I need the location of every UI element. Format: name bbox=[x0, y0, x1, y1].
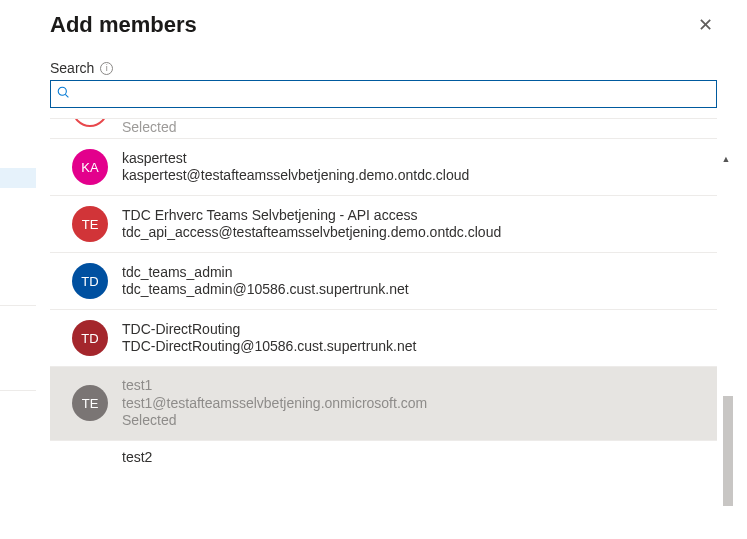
member-name: TDC-DirectRouting bbox=[122, 321, 416, 339]
left-divider bbox=[0, 390, 36, 391]
member-name: tdc_teams_admin bbox=[122, 264, 409, 282]
member-email: tdc_teams_admin@10586.cust.supertrunk.ne… bbox=[122, 281, 409, 299]
member-email: tdc_api_access@testafteamsselvbetjening.… bbox=[122, 224, 501, 242]
avatar: TE bbox=[72, 206, 108, 242]
avatar bbox=[72, 119, 108, 127]
member-email: test1@testafteamsselvbetjening.onmicroso… bbox=[122, 395, 427, 413]
list-item-partial-top[interactable]: Selected bbox=[50, 119, 717, 139]
panel-title: Add members bbox=[50, 12, 197, 38]
list-item[interactable]: TE test1 test1@testafteamsselvbetjening.… bbox=[50, 367, 717, 441]
svg-point-0 bbox=[58, 87, 66, 95]
info-icon[interactable]: i bbox=[100, 62, 113, 75]
panel-header: Add members ✕ bbox=[50, 8, 717, 60]
member-name: kaspertest bbox=[122, 150, 469, 168]
avatar: TD bbox=[72, 320, 108, 356]
search-input[interactable] bbox=[76, 81, 710, 107]
search-label: Search bbox=[50, 60, 94, 76]
list-item[interactable]: KA kaspertest kaspertest@testafteamsselv… bbox=[50, 139, 717, 196]
left-highlight-strip bbox=[0, 168, 36, 188]
member-name: test2 bbox=[122, 449, 709, 465]
list-item-text: tdc_teams_admin tdc_teams_admin@10586.cu… bbox=[122, 264, 409, 299]
list-item-text: TDC-DirectRouting TDC-DirectRouting@1058… bbox=[122, 321, 416, 356]
search-box[interactable] bbox=[50, 80, 717, 108]
list-item[interactable]: TD tdc_teams_admin tdc_teams_admin@10586… bbox=[50, 253, 717, 310]
scrollbar-thumb[interactable] bbox=[723, 396, 733, 506]
list-item-text: kaspertest kaspertest@testafteamsselvbet… bbox=[122, 150, 469, 185]
list-item-partial-bottom[interactable]: test2 bbox=[50, 441, 717, 465]
list-item[interactable]: TD TDC-DirectRouting TDC-DirectRouting@1… bbox=[50, 310, 717, 367]
avatar: TD bbox=[72, 263, 108, 299]
left-divider bbox=[0, 305, 36, 306]
svg-line-1 bbox=[65, 94, 68, 97]
list-item[interactable]: TE TDC Erhverc Teams Selvbetjening - API… bbox=[50, 196, 717, 253]
add-members-panel: Add members ✕ Search i Selected KA kaspe… bbox=[40, 0, 747, 539]
selected-status: Selected bbox=[122, 119, 176, 135]
scroll-up-arrow-icon[interactable]: ▲ bbox=[719, 154, 733, 164]
member-name: test1 bbox=[122, 377, 427, 395]
list-item-text: test1 test1@testafteamsselvbetjening.onm… bbox=[122, 377, 427, 430]
member-email: kaspertest@testafteamsselvbetjening.demo… bbox=[122, 167, 469, 185]
search-label-row: Search i bbox=[50, 60, 717, 76]
member-name: TDC Erhverc Teams Selvbetjening - API ac… bbox=[122, 207, 501, 225]
selected-status: Selected bbox=[122, 412, 427, 430]
avatar: KA bbox=[72, 149, 108, 185]
avatar: TE bbox=[72, 385, 108, 421]
list-item-text: TDC Erhverc Teams Selvbetjening - API ac… bbox=[122, 207, 501, 242]
results-list: Selected KA kaspertest kaspertest@testaf… bbox=[50, 118, 717, 465]
search-icon bbox=[57, 86, 70, 102]
close-icon[interactable]: ✕ bbox=[694, 12, 717, 38]
member-email: TDC-DirectRouting@10586.cust.supertrunk.… bbox=[122, 338, 416, 356]
